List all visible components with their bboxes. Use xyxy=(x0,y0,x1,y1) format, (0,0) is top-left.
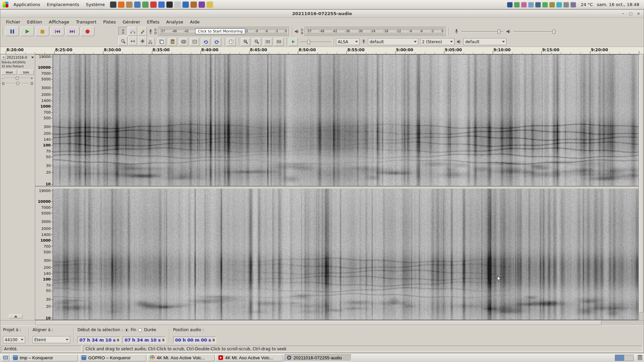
palette-icon[interactable] xyxy=(521,2,527,7)
monitoring-tooltip[interactable]: Click to Start Monitoring xyxy=(195,28,245,34)
duration-radio[interactable] xyxy=(138,328,142,332)
web-browser-icon[interactable] xyxy=(182,1,189,8)
phone-link-icon[interactable] xyxy=(564,2,569,7)
chrome-tray-icon[interactable] xyxy=(514,2,520,7)
task-button[interactable]: 4K Mt. Aso Active Volc... xyxy=(148,354,215,361)
window-titlebar[interactable]: 20211016-072255-audio – □ × xyxy=(0,10,644,18)
timeline-ruler[interactable]: 8:20:008:25:008:30:008:35:008:40:008:45:… xyxy=(0,47,644,54)
output-volume-slider[interactable] xyxy=(514,29,556,34)
solo-button[interactable]: Solo xyxy=(18,70,34,75)
track-collapse-button[interactable] xyxy=(9,314,22,318)
menu-analyse[interactable]: Analyse xyxy=(163,19,186,25)
audio-position-field[interactable]: 00 h 00 m 00 s xyxy=(173,337,216,343)
silence-audio-button[interactable] xyxy=(190,38,199,46)
record-button[interactable] xyxy=(80,26,95,36)
toolbar-grip[interactable] xyxy=(291,28,292,35)
fit-selection-button[interactable] xyxy=(263,38,272,46)
menu-générer[interactable]: Générer xyxy=(119,19,143,25)
battery-icon[interactable] xyxy=(542,2,548,7)
pause-button[interactable] xyxy=(5,26,19,36)
mail-icon[interactable] xyxy=(158,1,165,8)
minimize-button[interactable]: – xyxy=(620,11,626,16)
gain-slider[interactable] xyxy=(5,76,30,80)
terminal-icon[interactable] xyxy=(166,1,173,8)
play-button[interactable] xyxy=(20,26,34,36)
project-rate-select[interactable]: 44100 xyxy=(3,336,25,343)
package-manager-icon[interactable] xyxy=(126,1,132,8)
output-device-select[interactable]: default xyxy=(464,38,506,45)
skip-to-end-button[interactable] xyxy=(65,26,79,36)
track-close-button[interactable]: × xyxy=(1,55,6,60)
paste-button[interactable] xyxy=(168,38,177,46)
playback-speed-slider[interactable] xyxy=(300,39,331,45)
timeshift-tool-button[interactable] xyxy=(128,37,137,46)
trim-audio-button[interactable] xyxy=(179,38,188,46)
workspace-1[interactable] xyxy=(615,355,624,361)
spinner-icon[interactable] xyxy=(162,339,165,342)
close-button[interactable]: × xyxy=(635,11,642,16)
notes-icon[interactable] xyxy=(207,1,213,8)
track-menu-icon[interactable] xyxy=(31,57,34,58)
input-volume-slider[interactable] xyxy=(461,29,503,34)
task-button[interactable]: tmp – Konqueror xyxy=(11,354,78,361)
track-name[interactable]: 20211016-0 xyxy=(7,56,30,59)
zoom-in-button[interactable] xyxy=(241,38,250,46)
menu-effets[interactable]: Effets xyxy=(144,19,162,25)
menu-affichage[interactable]: Affichage xyxy=(46,19,72,25)
input-channels-select[interactable]: 2 (Stereo) xyxy=(420,38,454,45)
spinner-icon[interactable] xyxy=(117,339,119,342)
desktop-menu-applications[interactable]: Applications xyxy=(10,1,43,8)
toolbar-grip[interactable] xyxy=(285,38,287,46)
firefox-icon[interactable] xyxy=(118,1,124,8)
sync-lock-button[interactable] xyxy=(227,38,236,46)
spectrogram-channel-right[interactable] xyxy=(53,189,639,320)
horizontal-scrollbar-track[interactable] xyxy=(36,320,644,325)
selection-tool-button[interactable] xyxy=(118,27,127,36)
clock[interactable]: sam. 16 oct., 18:48 xyxy=(597,2,639,7)
file-manager-icon[interactable] xyxy=(134,1,141,8)
graphics-icon[interactable] xyxy=(528,2,534,7)
screenshot-tool-icon[interactable] xyxy=(110,1,116,8)
multi-tool-button[interactable] xyxy=(138,37,147,46)
pan-slider[interactable] xyxy=(6,81,30,85)
monitor-icon[interactable] xyxy=(535,2,541,7)
stop-button[interactable] xyxy=(35,26,49,36)
menu-edition[interactable]: Edition xyxy=(24,19,45,25)
playback-meter[interactable]: -57-48-42-36-30-24-18-12-9-6-30 xyxy=(305,27,445,36)
mute-button[interactable]: Muet xyxy=(1,70,17,75)
snap-to-select[interactable]: Éteint xyxy=(33,336,70,343)
vertical-scrollbar[interactable] xyxy=(639,54,644,320)
toolbar-grip[interactable] xyxy=(447,28,449,35)
vertical-scrollbar-thumb[interactable] xyxy=(639,55,643,312)
trash-icon[interactable] xyxy=(638,355,642,360)
audio-host-select[interactable]: ALSA xyxy=(336,38,360,45)
play-at-speed-button[interactable] xyxy=(289,38,298,46)
horizontal-scrollbar[interactable] xyxy=(0,320,644,325)
zoom-tool-button[interactable] xyxy=(118,37,127,46)
chrome-icon[interactable] xyxy=(142,1,149,8)
shopping-icon[interactable] xyxy=(191,1,197,8)
applications-menu-icon[interactable] xyxy=(3,2,8,7)
zoom-out-button[interactable] xyxy=(252,38,261,46)
workspace-2[interactable] xyxy=(624,355,633,361)
selection-start-field[interactable]: 07 h 34 m 10 s xyxy=(77,337,120,343)
cpu-monitor-icon[interactable] xyxy=(556,2,562,7)
input-device-select[interactable]: default xyxy=(368,38,418,45)
task-button[interactable]: 20211016-072255-audio xyxy=(284,354,352,361)
toolbar-grip[interactable] xyxy=(333,38,334,46)
redo-button[interactable] xyxy=(212,38,221,46)
end-radio-label[interactable]: Fin xyxy=(130,327,136,332)
skip-to-start-button[interactable] xyxy=(50,26,64,36)
toolbar-grip[interactable] xyxy=(2,28,3,35)
horizontal-scrollbar-thumb[interactable] xyxy=(36,321,601,325)
opera-icon[interactable] xyxy=(150,1,157,8)
text-editor-icon[interactable] xyxy=(174,1,181,8)
end-radio[interactable] xyxy=(125,328,128,332)
fit-project-button[interactable] xyxy=(274,38,283,46)
show-desktop-button[interactable] xyxy=(2,354,9,361)
envelope-tool-button[interactable] xyxy=(128,27,137,36)
copy-button[interactable] xyxy=(157,38,166,46)
spectrogram-channel-left[interactable] xyxy=(53,55,639,186)
task-button[interactable]: 4K Mt. Aso Active Volc... xyxy=(216,354,283,361)
task-button[interactable]: GOPRO – Konqueror xyxy=(79,354,146,361)
